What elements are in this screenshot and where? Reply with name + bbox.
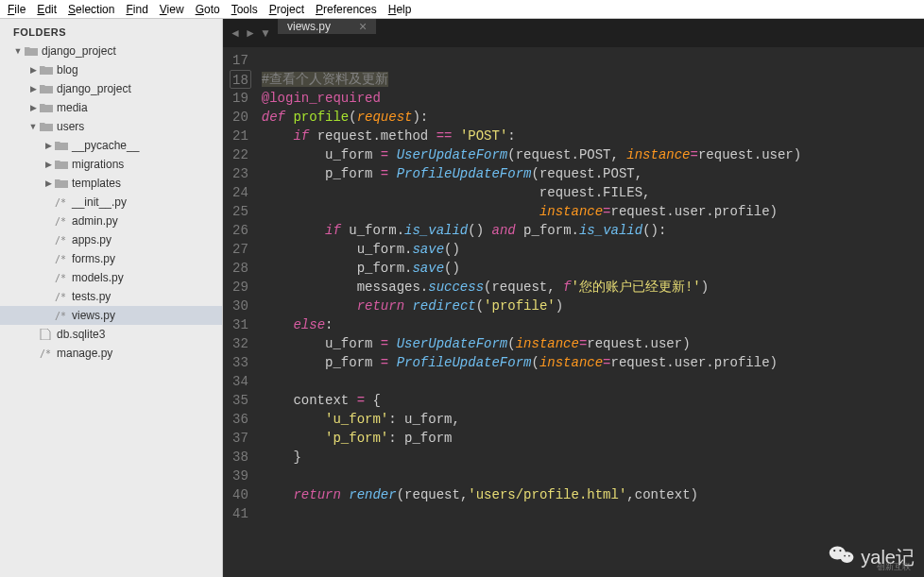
disclosure-arrow-icon[interactable]: ▶: [28, 103, 38, 112]
tab-list-icon[interactable]: ▼: [259, 26, 272, 40]
disclosure-arrow-icon[interactable]: ▼: [28, 122, 38, 131]
menu-file[interactable]: File: [2, 1, 31, 18]
menu-goto[interactable]: Goto: [190, 1, 226, 18]
folder-icon: [40, 102, 53, 113]
code-line[interactable]: #查看个人资料及更新: [262, 70, 924, 89]
line-number: 32: [232, 334, 248, 353]
code-line[interactable]: [262, 51, 924, 70]
file-forms-py[interactable]: /*forms.py: [0, 249, 222, 268]
tree-item-label: blog: [57, 63, 78, 76]
code-line[interactable]: 'p_form': p_form: [262, 429, 924, 448]
disclosure-arrow-icon[interactable]: ▶: [43, 178, 53, 188]
menu-find[interactable]: Find: [120, 1, 153, 18]
code-line[interactable]: [262, 467, 924, 485]
code-line[interactable]: p_form = ProfileUpdateForm(request.POST,: [262, 164, 924, 183]
tab-prev-icon[interactable]: ◄: [229, 26, 242, 40]
disclosure-arrow-icon[interactable]: ▼: [13, 46, 23, 56]
line-number: 19: [232, 89, 248, 108]
tree-item-label: django_project: [42, 44, 116, 58]
code-line[interactable]: p_form.save(): [262, 259, 924, 278]
code-line[interactable]: if request.method == 'POST':: [262, 127, 924, 145]
folder-icon: [40, 121, 53, 132]
close-icon[interactable]: ×: [359, 19, 367, 34]
tab-views-py[interactable]: views.py×: [278, 19, 377, 34]
code-area[interactable]: 1718192021222324252627282930313233343536…: [223, 47, 924, 577]
menu-help[interactable]: Help: [383, 1, 418, 18]
file-admin-py[interactable]: /*admin.py: [0, 212, 222, 230]
code-line[interactable]: @login_required: [262, 89, 924, 108]
code-line[interactable]: return redirect('profile'): [262, 297, 924, 315]
folder-templates[interactable]: ▶templates: [0, 174, 222, 193]
code-line[interactable]: u_form = UserUpdateForm(instance=request…: [262, 334, 924, 353]
python-file-icon: /*: [55, 197, 68, 208]
menu-selection[interactable]: Selection: [62, 1, 120, 18]
file-apps-py[interactable]: /*apps.py: [0, 230, 222, 249]
folder-django-project[interactable]: ▼django_project: [0, 42, 222, 60]
tree-item-label: templates: [72, 177, 121, 190]
tree-item-label: views.py: [72, 309, 115, 322]
code-line[interactable]: [262, 372, 924, 391]
folder-users[interactable]: ▼users: [0, 117, 222, 136]
code-line[interactable]: messages.success(request, f'您的账户已经更新!'): [262, 278, 924, 297]
python-file-icon: /*: [55, 235, 68, 246]
tree-item-label: apps.py: [72, 233, 111, 246]
menu-tools[interactable]: Tools: [226, 1, 264, 18]
disclosure-arrow-icon[interactable]: ▶: [28, 65, 38, 75]
line-number: 31: [232, 315, 248, 334]
disclosure-arrow-icon[interactable]: ▶: [28, 84, 38, 93]
code-line[interactable]: 'u_form': u_form,: [262, 410, 924, 429]
line-number: 40: [232, 485, 248, 504]
line-number: 33: [232, 353, 248, 372]
code-line[interactable]: def profile(request):: [262, 108, 924, 127]
folder-tree: ▼django_project▶blog▶django_project▶medi…: [0, 42, 222, 363]
workspace: FOLDERS ▼django_project▶blog▶django_proj…: [0, 19, 924, 577]
file-manage-py[interactable]: /*manage.py: [0, 344, 222, 363]
sidebar: FOLDERS ▼django_project▶blog▶django_proj…: [0, 19, 223, 577]
file-db-sqlite3[interactable]: db.sqlite3: [0, 325, 222, 344]
code-line[interactable]: if u_form.is_valid() and p_form.is_valid…: [262, 221, 924, 240]
file-views-py[interactable]: /*views.py: [0, 306, 222, 325]
code-content[interactable]: #查看个人资料及更新@login_requireddef profile(req…: [262, 47, 924, 577]
code-line[interactable]: u_form = UserUpdateForm(request.POST, in…: [262, 145, 924, 164]
line-number: 20: [232, 108, 248, 127]
tree-item-label: tests.py: [72, 290, 111, 303]
file-tests-py[interactable]: /*tests.py: [0, 287, 222, 306]
line-number: 18: [230, 70, 251, 89]
disclosure-arrow-icon[interactable]: ▶: [43, 141, 53, 150]
menubar: FileEditSelectionFindViewGotoToolsProjec…: [0, 0, 924, 19]
folder-blog[interactable]: ▶blog: [0, 60, 222, 79]
menu-edit[interactable]: Edit: [31, 1, 62, 18]
tab-next-icon[interactable]: ►: [244, 26, 257, 40]
tree-item-label: migrations: [72, 158, 124, 171]
code-line[interactable]: }: [262, 448, 924, 467]
folder-django-project[interactable]: ▶django_project: [0, 79, 222, 98]
code-line[interactable]: instance=request.user.profile): [262, 202, 924, 221]
tree-item-label: admin.py: [72, 214, 118, 228]
code-line[interactable]: else:: [262, 315, 924, 334]
line-gutter: 1718192021222324252627282930313233343536…: [223, 47, 262, 577]
editor-pane: ◄ ► ▼ views.py× 171819202122232425262728…: [223, 19, 924, 577]
code-line[interactable]: context = {: [262, 391, 924, 410]
menu-preferences[interactable]: Preferences: [310, 1, 383, 18]
file-icon: [40, 329, 53, 340]
file--init-py[interactable]: /*__init__.py: [0, 193, 222, 212]
code-line[interactable]: request.FILES,: [262, 183, 924, 202]
disclosure-arrow-icon[interactable]: ▶: [43, 160, 53, 169]
line-number: 26: [232, 221, 248, 240]
line-number: 24: [232, 183, 248, 202]
line-number: 17: [232, 51, 248, 70]
folder-migrations[interactable]: ▶migrations: [0, 155, 222, 174]
menu-view[interactable]: View: [154, 1, 190, 18]
file-models-py[interactable]: /*models.py: [0, 268, 222, 287]
code-line[interactable]: [262, 504, 924, 523]
menu-project[interactable]: Project: [264, 1, 310, 18]
sidebar-header: FOLDERS: [0, 19, 222, 42]
folder-media[interactable]: ▶media: [0, 98, 222, 117]
code-line[interactable]: u_form.save(): [262, 240, 924, 259]
folder-icon: [25, 45, 38, 57]
code-line[interactable]: return render(request,'users/profile.htm…: [262, 485, 924, 504]
python-file-icon: /*: [55, 216, 68, 227]
folder--pycache-[interactable]: ▶__pycache__: [0, 136, 222, 155]
code-line[interactable]: p_form = ProfileUpdateForm(instance=requ…: [262, 353, 924, 372]
tree-item-label: models.py: [72, 271, 124, 284]
